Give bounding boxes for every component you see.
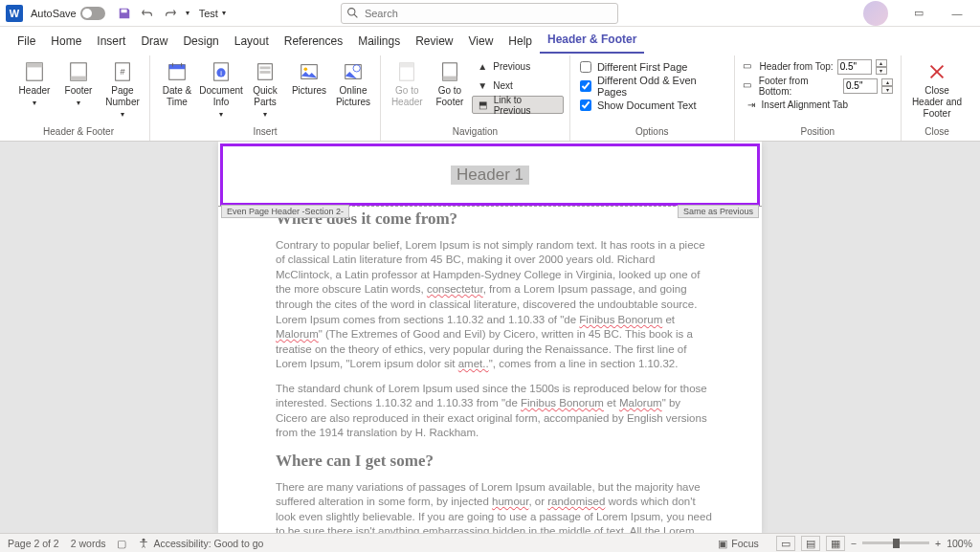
group-close: Close Header and Footer Close: [902, 55, 972, 141]
quick-parts-icon: [252, 60, 278, 83]
group-label: Position: [800, 124, 835, 139]
header-section-tag: Even Page Header -Section 2-: [221, 205, 349, 218]
document-body: Where does it come from? Contrary to pop…: [218, 207, 762, 533]
header-from-top-input[interactable]: [837, 59, 872, 75]
svg-point-19: [304, 67, 308, 71]
show-document-text-checkbox[interactable]: Show Document Text: [576, 96, 728, 114]
goto-header-icon: [393, 60, 420, 83]
footer-from-bottom-input[interactable]: [843, 78, 878, 94]
tab-draw[interactable]: Draw: [133, 29, 175, 54]
page-indicator[interactable]: Page 2 of 2: [8, 538, 59, 549]
header-button[interactable]: Header▾: [13, 57, 56, 111]
group-navigation: Go to Header Go to Footer ▲Previous ▼Nex…: [381, 55, 570, 141]
save-icon[interactable]: [117, 6, 132, 21]
group-header-footer: Header▾ Footer▾ # Page Number▾ Header & …: [8, 55, 150, 141]
group-options: Different First Page Different Odd & Eve…: [570, 55, 735, 141]
zoom-level[interactable]: 100%: [947, 538, 972, 549]
page-number-icon: #: [109, 60, 136, 83]
next-button[interactable]: ▼Next: [472, 77, 564, 95]
svg-rect-25: [443, 77, 457, 81]
tab-mailings[interactable]: Mailings: [350, 29, 408, 54]
online-pictures-button[interactable]: Online Pictures: [332, 57, 374, 111]
spin-up-icon[interactable]: ▴: [881, 78, 893, 86]
close-header-footer-button[interactable]: Close Header and Footer: [907, 57, 967, 122]
ribbon-options-icon[interactable]: ▭: [902, 1, 936, 26]
header-separator: Even Page Header -Section 2- Same as Pre…: [218, 206, 762, 207]
page: Header 1 Even Page Header -Section 2- Sa…: [218, 142, 762, 533]
spin-down-icon[interactable]: ▾: [876, 67, 887, 75]
group-label: Options: [635, 124, 668, 139]
autosave-label: AutoSave: [31, 8, 77, 19]
document-info-button[interactable]: i Document Info▾: [200, 57, 242, 122]
svg-rect-5: [71, 77, 87, 81]
footer-from-bottom-spinner[interactable]: ▭ Footer from Bottom: ▴▾: [741, 77, 895, 95]
toggle-switch-icon[interactable]: [80, 7, 105, 20]
print-layout-button[interactable]: ▤: [801, 536, 820, 551]
tab-header-footer[interactable]: Header & Footer: [540, 27, 644, 54]
next-icon: ▼: [476, 79, 489, 93]
redo-icon[interactable]: [163, 6, 178, 21]
different-odd-even-checkbox[interactable]: Different Odd & Even Pages: [576, 77, 728, 95]
page-number-button[interactable]: # Page Number▾: [101, 57, 144, 122]
align-tab-icon: ⇥: [745, 99, 758, 112]
pictures-button[interactable]: Pictures: [288, 57, 330, 99]
autosave-toggle[interactable]: AutoSave: [31, 7, 105, 20]
quick-parts-button[interactable]: Quick Parts▾: [244, 57, 286, 122]
header-edit-region[interactable]: Header 1: [220, 144, 760, 206]
undo-icon[interactable]: [140, 6, 155, 21]
close-icon: [924, 60, 950, 83]
web-layout-button[interactable]: ▦: [826, 536, 845, 551]
online-pictures-icon: [340, 60, 367, 83]
group-label: Insert: [253, 124, 277, 139]
footer-icon: [65, 60, 92, 83]
header-from-top-spinner[interactable]: ▭ Header from Top: ▴▾: [741, 57, 895, 76]
tab-view[interactable]: View: [461, 29, 501, 54]
tab-insert[interactable]: Insert: [89, 29, 133, 54]
tab-layout[interactable]: Layout: [227, 29, 277, 54]
zoom-in-button[interactable]: +: [935, 538, 941, 549]
tab-review[interactable]: Review: [408, 29, 460, 54]
zoom-slider[interactable]: [862, 541, 929, 544]
header-icon: [21, 60, 48, 83]
status-bar: Page 2 of 2 2 words ▢ Accessibility: Goo…: [0, 533, 980, 552]
search-box[interactable]: [341, 3, 618, 24]
qat-more-icon[interactable]: ▾: [186, 9, 189, 17]
insert-alignment-tab-button[interactable]: ⇥Insert Alignment Tab: [741, 96, 895, 114]
tab-help[interactable]: Help: [501, 29, 540, 54]
goto-footer-icon: [436, 60, 463, 83]
previous-button[interactable]: ▲Previous: [472, 57, 564, 76]
header-text[interactable]: Header 1: [451, 166, 529, 185]
tab-home[interactable]: Home: [43, 29, 89, 54]
accessibility-icon: [138, 538, 149, 549]
read-mode-button[interactable]: ▭: [776, 536, 795, 551]
document-name[interactable]: Test ▾: [199, 8, 226, 19]
link-to-previous-button[interactable]: ⬒Link to Previous: [472, 96, 564, 114]
same-as-previous-tag: Same as Previous: [678, 205, 759, 218]
date-time-button[interactable]: Date & Time: [156, 57, 198, 111]
heading-2: Where can I get some?: [276, 451, 714, 473]
zoom-out-button[interactable]: −: [851, 538, 857, 549]
spin-down-icon[interactable]: ▾: [881, 86, 893, 94]
goto-header-button: Go to Header: [387, 57, 428, 111]
focus-mode-button[interactable]: ▣Focus: [718, 538, 759, 549]
goto-footer-button[interactable]: Go to Footer: [430, 57, 471, 111]
different-first-page-checkbox[interactable]: Different First Page: [576, 57, 728, 76]
user-avatar[interactable]: [863, 1, 888, 26]
minimize-icon[interactable]: —: [940, 1, 974, 26]
svg-line-1: [354, 14, 357, 17]
footer-bottom-icon: ▭: [743, 79, 755, 93]
accessibility-status[interactable]: Accessibility: Good to go: [138, 538, 263, 549]
paragraph-1: Contrary to popular belief, Lorem Ipsum …: [276, 238, 714, 372]
spin-up-icon[interactable]: ▴: [876, 59, 887, 67]
search-input[interactable]: [341, 3, 618, 24]
svg-point-28: [143, 538, 145, 541]
ribbon-tabs: FileHomeInsertDrawDesignLayoutReferences…: [0, 27, 980, 54]
tab-file[interactable]: File: [10, 29, 43, 54]
text-predictions-icon[interactable]: ▢: [117, 538, 126, 549]
tab-design[interactable]: Design: [175, 29, 226, 54]
word-count[interactable]: 2 words: [71, 538, 106, 549]
footer-button[interactable]: Footer▾: [57, 57, 100, 111]
group-insert: Date & Time i Document Info▾ Quick Parts…: [150, 55, 381, 141]
document-area[interactable]: Header 1 Even Page Header -Section 2- Sa…: [0, 142, 980, 533]
tab-references[interactable]: References: [277, 29, 350, 54]
